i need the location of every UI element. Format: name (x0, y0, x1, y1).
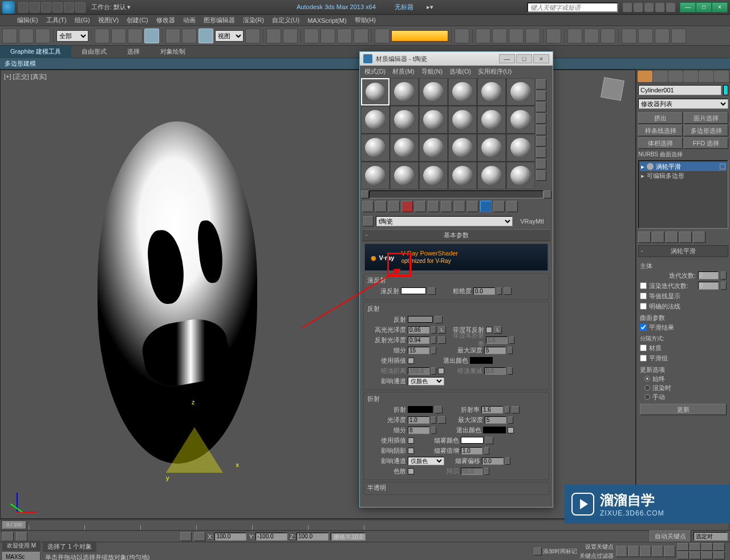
mod-btn-extrude[interactable]: 挤出 (638, 112, 683, 124)
l-lock-button[interactable]: L (438, 326, 446, 334)
spinner-icon[interactable] (505, 457, 510, 465)
video-color-icon[interactable] (536, 125, 546, 135)
object-name-input[interactable] (638, 85, 721, 95)
spinner-icon[interactable] (508, 347, 513, 354)
spinner-icon[interactable] (508, 367, 513, 375)
fog-bias-spinner[interactable]: 0.0 (482, 457, 504, 465)
render-icon[interactable] (601, 29, 615, 43)
infocenter-icon[interactable] (623, 3, 632, 12)
sample-uv-icon[interactable] (536, 113, 546, 124)
link-icon[interactable] (2, 29, 17, 43)
prev-frame-icon[interactable] (628, 546, 639, 557)
diffuse-color-swatch[interactable] (401, 287, 426, 294)
render-setup-icon[interactable] (567, 29, 582, 43)
go-parent-icon[interactable] (493, 201, 505, 212)
ribbon-tab-graphite[interactable]: Graphite 建模工具 (0, 46, 71, 58)
favorites-icon[interactable] (655, 3, 664, 12)
material-editor-icon[interactable] (546, 29, 561, 43)
make-unique-icon[interactable] (666, 232, 678, 243)
maxscript-listener-button[interactable]: MAXSc (2, 552, 40, 560)
object-color-swatch[interactable] (723, 85, 728, 95)
spinner-icon[interactable] (497, 287, 502, 295)
mod-btn-splinesel[interactable]: 样条线选择 (638, 125, 683, 136)
ior-spinner[interactable]: 1.6 (481, 406, 503, 413)
select-name-icon[interactable] (111, 29, 126, 43)
make-copy-icon[interactable] (415, 201, 426, 212)
sample-slot-20[interactable] (390, 162, 419, 189)
mod-btn-ffdsel[interactable]: FFD 选择 (684, 137, 728, 149)
key-filter-button[interactable]: 关键点过滤器 (579, 552, 614, 560)
fog-color-swatch[interactable] (461, 437, 484, 444)
menu-views[interactable]: 视图(V) (98, 16, 119, 25)
mod-btn-polysel[interactable]: 多边形选择 (684, 125, 728, 136)
rollout-turbosmooth-title[interactable]: 涡轮平滑 (638, 245, 728, 257)
zoom-icon[interactable] (701, 543, 713, 551)
use-interp-checkbox[interactable] (408, 358, 414, 364)
spinner-up-icon[interactable] (721, 271, 727, 279)
isoline-checkbox[interactable] (640, 293, 647, 299)
edit-named-sel-icon[interactable] (375, 29, 390, 43)
spinner-icon[interactable] (431, 427, 436, 434)
window-crossing-icon[interactable] (144, 29, 159, 43)
time-slider[interactable]: 0 / 100 (2, 521, 26, 529)
goto-start-icon[interactable] (616, 546, 627, 557)
menu-help[interactable]: 帮助(H) (355, 16, 376, 25)
motion-tab-icon[interactable] (683, 71, 698, 82)
help-icon[interactable] (666, 3, 675, 12)
mod-btn-nurbssel[interactable]: NURBS 曲面选择 (636, 151, 730, 159)
spinner-snap-icon[interactable] (354, 29, 368, 43)
scroll-right-icon[interactable] (544, 190, 551, 198)
create-tab-icon[interactable] (638, 71, 652, 82)
reflect-color-swatch[interactable] (408, 316, 433, 323)
mod-btn-volsel[interactable]: 体积选择 (638, 137, 683, 149)
show-result-icon[interactable] (652, 232, 664, 243)
smooth-result-checkbox[interactable] (640, 324, 647, 331)
refr-subdiv-spinner[interactable]: 8 (408, 427, 429, 434)
iterations-spinner[interactable]: 2 (698, 271, 719, 279)
spinner-icon[interactable] (505, 406, 510, 413)
sample-slot-11[interactable] (477, 106, 506, 133)
sample-slot-24[interactable] (506, 162, 535, 189)
reset-map-icon[interactable] (402, 201, 413, 212)
mat-minimize-button[interactable]: — (499, 54, 515, 63)
selection-filter-dropdown[interactable]: 全部 (56, 30, 88, 42)
qat-undo-icon[interactable] (52, 2, 63, 13)
move-icon[interactable] (165, 29, 180, 43)
snap-percent-icon[interactable] (337, 29, 352, 43)
play-icon[interactable] (640, 546, 651, 557)
refr-max-depth-spinner[interactable]: 5 (485, 416, 506, 424)
spinner-icon[interactable] (484, 468, 489, 475)
sample-slot-15[interactable] (419, 134, 448, 161)
spinner-icon[interactable] (431, 347, 436, 354)
sample-slot-17[interactable] (477, 134, 506, 161)
material-name-dropdown[interactable]: t陶瓷 (376, 216, 513, 226)
named-selection-set-input[interactable] (391, 30, 448, 42)
scale-icon[interactable] (198, 29, 213, 43)
sample-slot-4[interactable] (448, 78, 477, 105)
hilight-gloss-spinner[interactable]: 0.86 (408, 326, 429, 334)
schematic-icon[interactable] (525, 29, 540, 43)
refract-color-swatch[interactable] (408, 406, 433, 413)
bulb-icon[interactable] (647, 163, 654, 170)
make-preview-icon[interactable] (536, 136, 546, 147)
recent-dropdown-icon[interactable]: ▸▾ (427, 3, 433, 10)
mat-menu-options[interactable]: 选项(O) (449, 67, 471, 76)
maximize-button[interactable]: □ (696, 2, 712, 13)
qat-open-icon[interactable] (30, 2, 40, 13)
mat-menu-material[interactable]: 材质(M) (392, 67, 415, 76)
select-by-mat-icon[interactable] (536, 159, 546, 169)
spinner-icon[interactable] (431, 326, 436, 334)
selection-lock-icon[interactable] (2, 532, 14, 541)
display-tab-icon[interactable] (699, 71, 713, 82)
options-icon[interactable] (536, 148, 546, 158)
hierarchy-tab-icon[interactable] (668, 71, 683, 82)
assign-to-selection-icon[interactable] (388, 201, 400, 212)
fresnel-checkbox[interactable] (486, 327, 492, 333)
roughness-spinner[interactable]: 0.0 (473, 287, 495, 295)
expand-icon[interactable]: ▸ (641, 163, 644, 171)
menu-edit[interactable]: 编辑(E) (17, 16, 38, 25)
max-toggle-icon[interactable] (713, 551, 725, 559)
refr-exit-checkbox[interactable] (508, 427, 514, 433)
select-icon[interactable] (95, 29, 110, 43)
qat-redo-icon[interactable] (64, 2, 74, 13)
